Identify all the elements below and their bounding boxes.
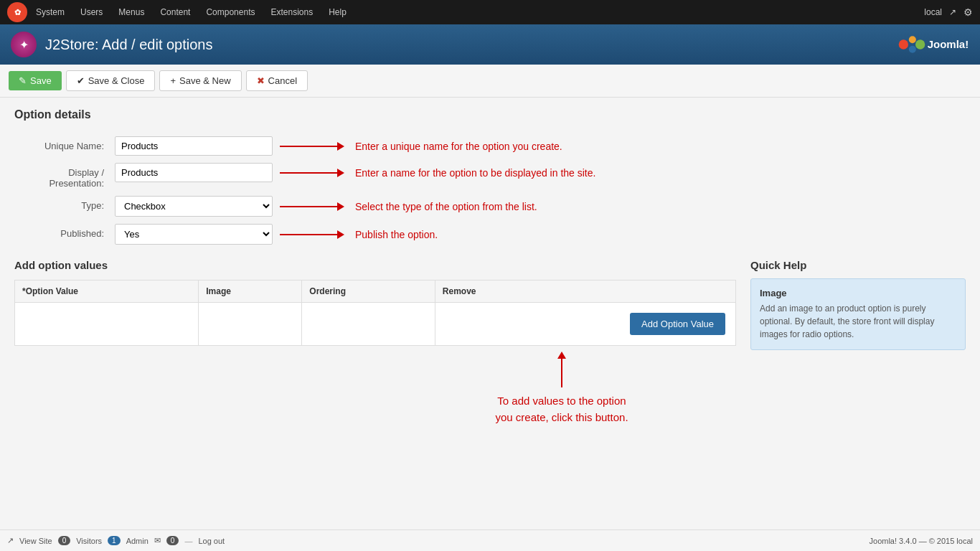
save-new-label: Save & New [179, 75, 231, 86]
nav-components[interactable]: Components [199, 0, 262, 24]
quick-help-box-text: Add an image to an product option is pur… [760, 302, 956, 341]
nav-help[interactable]: Help [321, 0, 354, 24]
svg-point-0 [899, 39, 908, 49]
status-bar: ↗ View Site 0 Visitors 1 Admin ✉ 0 — Log… [0, 529, 980, 531]
arrow-up-line [561, 359, 562, 387]
cancel-icon: ✖ [257, 75, 265, 86]
add-option-values-section: Add option values *Option Value Image Or… [14, 259, 736, 425]
save-new-button[interactable]: + Save & New [159, 70, 241, 91]
joomla-logo-svg: Joomla! [897, 32, 969, 57]
quick-help-title: Quick Help [750, 259, 966, 271]
col-ordering: Ordering [302, 281, 435, 303]
published-label: Published: [14, 224, 115, 239]
display-input[interactable] [115, 163, 273, 182]
joomla-top-icon[interactable]: ✿ [7, 2, 27, 22]
unique-name-label: Unique Name: [14, 136, 115, 151]
type-select[interactable]: Checkbox Radio Select Text Textarea [115, 196, 273, 217]
page-title: J2Store: Add / edit options [45, 37, 213, 53]
quick-help-box-title: Image [760, 288, 956, 298]
add-option-values-title: Add option values [14, 259, 736, 271]
cancel-button[interactable]: ✖ Cancel [246, 70, 308, 91]
empty-cell-2 [199, 303, 302, 346]
nav-content[interactable]: Content [153, 0, 197, 24]
arrow-up-text: To add values to the optionyou create, c… [495, 393, 628, 425]
table-empty-row: Add Option Value [15, 303, 736, 346]
type-annotation: Select the type of the option from the l… [355, 201, 537, 212]
title-bar: ✦ J2Store: Add / edit options Joomla! [0, 24, 980, 65]
type-row: Type: Checkbox Radio Select Text Textare… [14, 196, 966, 217]
settings-icon[interactable]: ⚙ [963, 6, 973, 18]
nav-menus[interactable]: Menus [111, 0, 151, 24]
external-link-icon[interactable]: ↗ [949, 7, 956, 17]
unique-name-annotation-row: Enter a unique name for the option you c… [115, 136, 562, 156]
check-icon: ✔ [77, 75, 85, 86]
published-select[interactable]: Yes No [115, 224, 273, 245]
unique-name-arrow [280, 142, 344, 151]
empty-cell-4: Add Option Value [435, 303, 735, 346]
published-row: Published: Yes No Publish the option. [14, 224, 966, 245]
svg-text:Joomla!: Joomla! [928, 38, 969, 50]
col-image: Image [199, 281, 302, 303]
top-navigation: ✿ System Users Menus Content Components … [0, 0, 980, 24]
nav-right: local ↗ ⚙ [924, 6, 973, 18]
plus-icon: + [170, 75, 176, 86]
save-close-label: Save & Close [88, 75, 145, 86]
svg-point-2 [915, 39, 925, 49]
add-option-value-button[interactable]: Add Option Value [630, 313, 725, 335]
joomla-logo: Joomla! [897, 32, 969, 57]
nav-users[interactable]: Users [73, 0, 110, 24]
unique-name-annotation: Enter a unique name for the option you c… [355, 141, 562, 152]
option-details-title: Option details [14, 108, 966, 126]
display-arrow [280, 169, 344, 177]
option-values-table: *Option Value Image Ordering Remove [14, 280, 736, 346]
save-close-button[interactable]: ✔ Save & Close [66, 70, 156, 91]
quick-help-box: Image Add an image to an product option … [750, 278, 966, 350]
published-annotation: Publish the option. [355, 229, 438, 240]
svg-point-3 [909, 46, 916, 53]
table-header-row: *Option Value Image Ordering Remove [15, 281, 736, 303]
quick-help-section: Quick Help Image Add an image to an prod… [750, 259, 966, 425]
unique-name-row: Unique Name: Enter a unique name for the… [14, 136, 966, 156]
content-area: Option details Unique Name: Enter a uniq… [0, 98, 980, 436]
col-option-value: *Option Value [15, 281, 199, 303]
published-annotation-row: Yes No Publish the option. [115, 224, 438, 245]
svg-point-1 [909, 36, 916, 43]
arrow-up-container: To add values to the optionyou create, c… [387, 346, 736, 425]
save-icon: ✎ [19, 75, 27, 86]
cancel-label: Cancel [268, 75, 297, 86]
empty-cell-1 [15, 303, 199, 346]
title-bar-left: ✦ J2Store: Add / edit options [11, 32, 213, 57]
save-label: Save [30, 75, 52, 86]
display-row: Display / Presentation: Enter a name for… [14, 163, 966, 189]
empty-cell-3 [302, 303, 435, 346]
type-annotation-row: Checkbox Radio Select Text Textarea Sele… [115, 196, 537, 217]
nav-extensions[interactable]: Extensions [263, 0, 320, 24]
type-arrow [280, 202, 344, 211]
type-label: Type: [14, 196, 115, 211]
unique-name-input[interactable] [115, 136, 273, 156]
published-arrow [280, 230, 344, 239]
display-label: Display / Presentation: [14, 163, 115, 189]
save-button[interactable]: ✎ Save [9, 71, 62, 90]
j2store-icon: ✦ [11, 32, 37, 57]
display-annotation: Enter a name for the option to be displa… [355, 167, 595, 179]
nav-menu-left: ✿ System Users Menus Content Components … [7, 0, 354, 24]
col-remove: Remove [435, 281, 735, 303]
page-content-wrapper: Option details Unique Name: Enter a uniq… [0, 98, 980, 531]
display-annotation-row: Enter a name for the option to be displa… [115, 163, 595, 182]
bottom-layout: Add option values *Option Value Image Or… [14, 259, 966, 425]
nav-system[interactable]: System [29, 0, 72, 24]
add-option-arrow-annotation: To add values to the optionyou create, c… [495, 353, 628, 425]
toolbar: ✎ Save ✔ Save & Close + Save & New ✖ Can… [0, 65, 980, 98]
local-text: local [924, 7, 942, 17]
arrow-up-tip [557, 352, 566, 359]
